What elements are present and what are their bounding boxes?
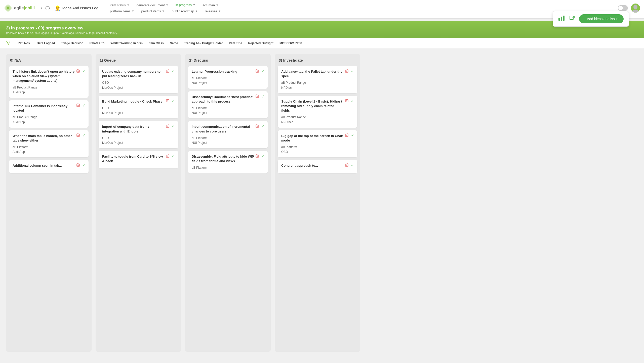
card-meta: aB Product RangeNPDtech (281, 115, 354, 124)
svg-rect-5 (558, 18, 560, 21)
board: 0) N/A✓The history link doesn't open up … (0, 49, 644, 357)
svg-rect-71 (256, 125, 259, 127)
col-header-moscow-rating[interactable]: MOSCOW Ratin... (276, 41, 308, 45)
chart-icon[interactable] (558, 15, 565, 23)
delete-button[interactable] (166, 153, 170, 159)
card-title: Update existing company numbers to put l… (102, 69, 175, 78)
col-header-name[interactable]: Name (167, 41, 181, 45)
svg-rect-7 (563, 16, 565, 21)
edit-button[interactable]: ✓ (261, 153, 265, 159)
nav-item-generate[interactable]: generate document ▼ (133, 2, 172, 8)
edit-button[interactable]: ✓ (82, 162, 86, 168)
card-meta-line1: aB Platform (13, 145, 85, 150)
edit-button[interactable]: ✓ (261, 94, 265, 99)
col-header-date-logged[interactable]: Date Logged (34, 41, 58, 45)
col-header-item-class[interactable]: Item Class (146, 41, 167, 45)
back-button[interactable]: ‹ (40, 5, 43, 11)
card-meta: aB Product RangeAuditApp (13, 85, 85, 95)
edit-button[interactable]: ✓ (350, 133, 355, 138)
card-title: Supply Chain (Level 1 - Basic): Hiding /… (281, 99, 354, 113)
col-header-ref-nos[interactable]: Ref. Nos. (15, 41, 34, 45)
delete-button[interactable] (76, 68, 80, 74)
card-meta-line1: aB Platform (192, 136, 264, 141)
edit-button[interactable]: ✓ (350, 98, 355, 104)
page-header: 2) in progress - 00) progress overview (… (0, 21, 644, 38)
edit-button[interactable]: ✓ (82, 68, 86, 74)
column-col-queue: 1) Queue✓Update existing company numbers… (96, 54, 181, 352)
svg-rect-6 (561, 17, 562, 21)
delete-button[interactable] (255, 94, 259, 99)
card-title: The history link doesn't open up history… (13, 69, 85, 83)
nav-item-releases[interactable]: releases ▼ (201, 8, 224, 14)
card-title: Disassembly: Field attribute to hide WIP… (192, 154, 264, 163)
card-card-8: ✓Facility to toggle from Card to S/S vie… (99, 151, 178, 168)
card-title: When the main tab is hidden, no other ta… (13, 134, 85, 143)
card-meta: aB PlatformNUI Project (192, 106, 264, 115)
card-meta-line2: NPDtech (281, 85, 354, 90)
card-card-6: ✓Build Marketing module - Check PhaseOBO… (99, 96, 178, 119)
nav-menu: item status ▼ generate document ▼ in pro… (106, 2, 618, 14)
card-meta-line1: aB Product Range (281, 115, 354, 120)
col-header-whilst-working[interactable]: Whilst Working In / On (107, 41, 146, 45)
svg-rect-47 (166, 125, 169, 127)
edit-button[interactable]: ✓ (261, 123, 265, 129)
col-header-relates-to[interactable]: Relates To (86, 41, 107, 45)
delete-button[interactable] (255, 68, 259, 74)
add-ideas-button[interactable]: + Add ideas and issue (579, 14, 624, 23)
col-header-item-title[interactable]: Item Title (226, 41, 245, 45)
edit-button[interactable]: ✓ (171, 123, 176, 129)
edit-button[interactable]: ✓ (82, 133, 86, 138)
card-card-15: ✓Big gap at the top of the screen in Cha… (278, 130, 357, 158)
page-title: 2) in progress - 00) progress overview (6, 26, 638, 31)
col-header-triage-decision[interactable]: Triage Decision (58, 41, 87, 45)
edit-button[interactable]: ✓ (261, 68, 265, 74)
card-meta-line2: AuditApp (13, 150, 85, 154)
history-button[interactable]: ◯ (44, 5, 51, 11)
edit-button[interactable]: ✓ (350, 68, 355, 74)
nav-item-acc-man[interactable]: acc man ▼ (199, 2, 222, 8)
card-meta-line1: aB Platform (192, 165, 264, 170)
header: agile|chilli ‹ ◯ 👷 Ideas And Issues Log … (0, 0, 644, 16)
nav-item-product-items[interactable]: product items ▼ (138, 8, 168, 14)
card-meta-line2: NUI Project (192, 141, 264, 145)
edit-button[interactable]: ✓ (171, 98, 176, 104)
nav-item-in-progress[interactable]: in progress ▼ (172, 2, 199, 8)
delete-button[interactable] (345, 162, 349, 168)
col-header-rejected-outright[interactable]: Rejected Outright (245, 41, 276, 45)
external-link-icon[interactable] (569, 15, 575, 23)
delete-button[interactable] (76, 103, 80, 108)
edit-button[interactable]: ✓ (171, 153, 176, 159)
delete-button[interactable] (76, 133, 80, 138)
edit-button[interactable]: ✓ (350, 162, 355, 168)
card-card-12: ✓Disassembly: Field attribute to hide WI… (188, 151, 268, 173)
nav-item-status[interactable]: item status ▼ (106, 2, 133, 8)
edit-button[interactable]: ✓ (82, 103, 86, 108)
nav-item-public-roadmap[interactable]: public roadmap ▼ (168, 8, 201, 14)
card-meta: aB Platform (192, 165, 264, 170)
card-card-13: ✓Add a new tab, the Pallet tab, under th… (278, 66, 357, 93)
card-card-11: ✓Inbuilt communication of incremental ch… (188, 121, 268, 148)
nav-item-platform-items[interactable]: platform items ▼ (106, 8, 138, 14)
delete-button[interactable] (345, 98, 349, 104)
delete-button[interactable] (76, 162, 80, 168)
svg-rect-53 (166, 155, 169, 157)
card-title: Build Marketing module - Check Phase (102, 99, 175, 104)
card-actions: ✓ (166, 68, 176, 74)
toggle-switch[interactable] (618, 5, 628, 11)
edit-button[interactable]: ✓ (171, 68, 176, 74)
svg-rect-17 (77, 104, 79, 107)
delete-button[interactable] (345, 68, 349, 74)
col-header-trading-as[interactable]: Trading As / Budget Holder (181, 41, 226, 45)
delete-button[interactable] (255, 123, 259, 129)
nav-arrows: ‹ ◯ (40, 5, 51, 11)
svg-rect-101 (345, 164, 348, 166)
filter-icon[interactable] (6, 40, 11, 46)
card-actions: ✓ (76, 133, 86, 138)
delete-button[interactable] (166, 98, 170, 104)
delete-button[interactable] (345, 133, 349, 138)
delete-button[interactable] (166, 123, 170, 129)
delete-button[interactable] (166, 68, 170, 74)
card-meta: OBOMarOps Project (102, 106, 175, 115)
card-card-9: ✓Learner Progression trackingaB Platform… (188, 66, 268, 89)
delete-button[interactable] (255, 153, 259, 159)
